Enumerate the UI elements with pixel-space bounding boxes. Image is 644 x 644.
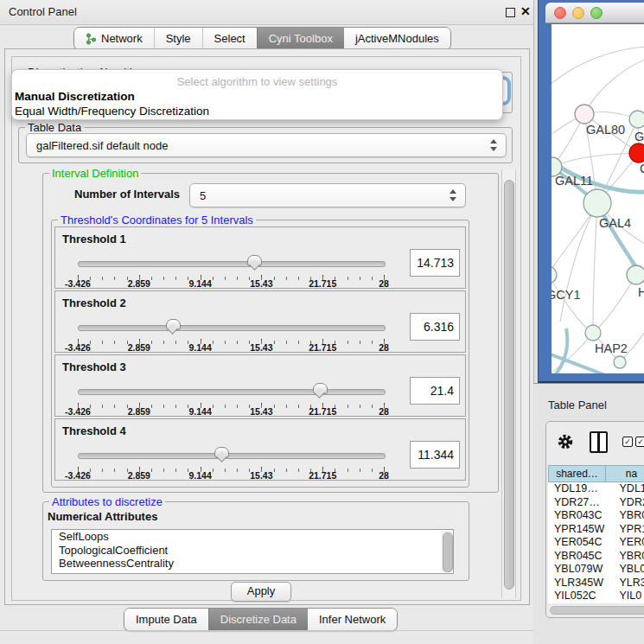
threshold-4-value-field[interactable]: 11.344 (410, 441, 460, 469)
threshold-1-value-field[interactable]: 14.713 (410, 249, 460, 277)
float-window-icon[interactable] (506, 8, 515, 17)
tick-label: -3.426 (65, 470, 91, 481)
column-layout-icon[interactable] (590, 431, 608, 453)
threshold-2-label: Threshold 2 (62, 296, 126, 309)
table-row[interactable]: YBR045CYBR0 (548, 550, 644, 564)
table-row[interactable]: YBR043CYBR0 (548, 509, 644, 523)
tick-label: 9.144 (188, 278, 211, 289)
slider-minor-ticks (78, 469, 385, 472)
slider-thumb[interactable] (247, 255, 262, 266)
cyni-bottom-tabs: Impute Data Discretize Data Infer Networ… (124, 608, 398, 631)
column-header[interactable]: shared… (548, 465, 605, 482)
slider-thumb[interactable] (166, 319, 181, 330)
node-label: HAP2 (595, 341, 628, 355)
network-node[interactable] (629, 111, 644, 128)
table-header-row: shared… na (548, 465, 644, 482)
gear-icon[interactable] (557, 433, 574, 450)
apply-button[interactable]: Apply (231, 582, 291, 602)
popup-option-equal-width-frequency[interactable]: Equal Width/Frequency Discretization (15, 105, 209, 118)
cyni-toolbox-panel: Discretization Algorithm Table Data galF… (4, 48, 530, 605)
network-node[interactable] (614, 356, 626, 368)
node-table[interactable]: shared… na YDL19…YDL1 YDR27…YDR2 YBR043C… (548, 465, 644, 603)
tick-label: 21.715 (309, 470, 336, 481)
table-data-select[interactable]: galFiltered.sif default node (26, 133, 507, 157)
network-node[interactable] (583, 189, 611, 217)
tab-cyni-toolbox[interactable]: Cyni Toolbox (257, 28, 344, 49)
list-item[interactable]: SelfLoops (52, 530, 453, 544)
table-row[interactable]: YBL079WYBL0 (548, 563, 644, 577)
threshold-1-slider[interactable] (78, 253, 384, 272)
network-node[interactable] (627, 265, 644, 284)
tab-impute-data[interactable]: Impute Data (124, 609, 208, 630)
slider-thumb[interactable] (214, 447, 229, 458)
table-row[interactable]: YPR145WYPR1 (548, 523, 644, 537)
popup-option-manual-discretization[interactable]: Manual Discretization (15, 90, 135, 103)
slider-track[interactable] (78, 389, 386, 395)
thresholds-group-title: Threshold's Coordinates for 5 Intervals (58, 214, 256, 226)
network-node[interactable] (585, 325, 601, 341)
number-of-intervals-select[interactable]: 5 (189, 183, 466, 207)
checkbox-icon[interactable]: ✓ (622, 437, 633, 447)
close-icon[interactable]: ✕ (520, 4, 531, 18)
network-node-selected[interactable] (629, 143, 644, 163)
table-row[interactable]: YDR27…YDR2 (548, 496, 644, 510)
numerical-attributes-list[interactable]: SelfLoops TopologicalCoefficient Between… (51, 529, 454, 574)
tab-select[interactable]: Select (202, 28, 257, 49)
tick-label: 28 (379, 342, 389, 353)
tick-label: -3.426 (65, 278, 91, 289)
number-of-intervals-label: Number of Intervals (74, 188, 180, 201)
tick-label: 2.859 (128, 342, 150, 353)
slider-track[interactable] (78, 325, 386, 331)
tick-label: 15.43 (250, 470, 272, 481)
spinner-arrows-icon (490, 138, 498, 152)
list-item[interactable]: BetweennessCentrality (52, 557, 453, 571)
tab-infer-network[interactable]: Infer Network (308, 609, 397, 630)
tab-network[interactable]: Network (74, 28, 154, 49)
tab-discretize-data[interactable]: Discretize Data (208, 609, 308, 630)
tab-jactivemnodules[interactable]: jActiveMNodules (344, 28, 450, 49)
threshold-2-panel: Threshold 2 -3.426 2.859 9.144 15.43 21.… (54, 290, 466, 353)
table-horizontal-scrollbar-thumb[interactable] (550, 606, 644, 615)
slider-thumb[interactable] (313, 383, 328, 394)
table-row[interactable]: YLR345WYLR3 (548, 577, 644, 590)
network-graph[interactable]: GAL80 GA C GAL11 GAL4 GCY1 H HAP2 (552, 24, 644, 373)
zoom-traffic-light-icon[interactable] (590, 7, 603, 19)
settings-scrollbar-thumb[interactable] (504, 180, 514, 590)
settings-scrollbar[interactable] (501, 169, 516, 598)
threshold-1-label: Threshold 1 (62, 233, 126, 245)
tick-label: 28 (379, 470, 389, 481)
slider-track[interactable] (78, 261, 386, 267)
tick-label: 2.859 (128, 470, 150, 481)
network-node[interactable] (575, 105, 594, 124)
close-traffic-light-icon[interactable] (554, 7, 566, 19)
table-data-selected-value: galFiltered.sif default node (36, 139, 168, 152)
table-row[interactable]: YIL052CYIL0 (548, 590, 644, 603)
table-panel-body: ✓ ✓ shared… na YDL19…YDL1 YDR27…YDR2 YBR… (545, 421, 644, 618)
table-horizontal-scrollbar[interactable] (548, 605, 644, 613)
list-scrollbar-thumb[interactable] (443, 532, 453, 572)
slider-minor-ticks (78, 277, 385, 280)
network-canvas[interactable]: GAL80 GA C GAL11 GAL4 GCY1 H HAP2 (552, 24, 644, 373)
slider-track[interactable] (78, 453, 386, 459)
threshold-4-slider[interactable] (78, 445, 384, 464)
threshold-2-value-field[interactable]: 6.316 (410, 313, 460, 341)
threshold-3-panel: Threshold 3 -3.426 2.859 9.144 15.43 21.… (54, 354, 466, 417)
screen: Control Panel ✕ Network Style Select Cyn… (0, 0, 644, 644)
table-row[interactable]: YDL19…YDL1 (548, 482, 644, 496)
list-scrollbar[interactable] (441, 531, 452, 572)
table-row[interactable]: YER054CYER0 (548, 536, 644, 550)
column-header[interactable]: na (605, 465, 644, 482)
network-window-titlebar[interactable] (545, 3, 644, 23)
list-item[interactable]: TopologicalCoefficient (52, 544, 453, 558)
threshold-3-value-field[interactable]: 21.4 (410, 377, 460, 405)
threshold-3-slider[interactable] (78, 381, 384, 400)
popup-prompt: Select algorithm to view settings (12, 75, 502, 88)
minimize-traffic-light-icon[interactable] (572, 7, 584, 19)
node-label: C (640, 162, 644, 175)
checkbox-icon[interactable]: ✓ (635, 437, 644, 447)
threshold-2-slider[interactable] (78, 317, 384, 336)
network-node[interactable] (552, 266, 557, 284)
tick-label: 9.144 (188, 342, 211, 353)
tab-style[interactable]: Style (154, 28, 202, 49)
tick-label: 2.859 (128, 406, 150, 417)
